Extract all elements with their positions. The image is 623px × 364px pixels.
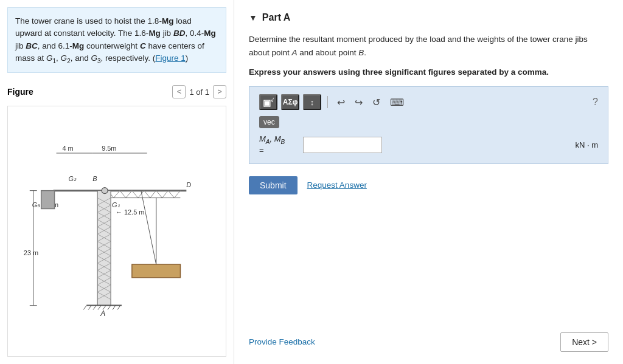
answer-row: MA, MB = kN · m [259,134,598,156]
truss-4 [126,191,132,198]
a-fig-label: A [100,309,105,318]
dim-125m: ← 12.5 m [116,209,144,216]
question-mark-icon: ? [593,97,598,107]
truss-7 [144,191,150,198]
cable-2 [141,191,156,264]
mg1: Mg [162,16,174,26]
g2-sub: 2 [67,57,71,64]
mg4: Mg [72,41,85,50]
submit-button[interactable]: Submit [249,176,298,194]
sigma-button[interactable]: ΑΣφ [281,94,299,110]
part-header: ▼ Part A [249,12,608,23]
jib-bc: BC [26,41,38,50]
redo-button[interactable]: ↪ [352,95,366,109]
figure-link[interactable]: Figure 1 [155,53,186,63]
left-panel: The tower crane is used to hoist the 1.8… [0,0,234,364]
mg2: Mg [148,29,161,38]
math-toolbar: ▣√ ΑΣφ ↕ ↩ ↪ ↺ ⌨ ? [259,94,598,110]
desc-line1: Determine the resultant moment produced … [249,35,588,44]
arrows-button[interactable]: ↕ [303,94,321,110]
g2-label: G [61,53,68,63]
truss-8 [150,191,156,198]
figure-nav: < 1 of 1 > [172,85,226,98]
pin-b [102,188,108,194]
gh-1 [83,306,86,310]
truss-12 [174,191,180,198]
bottom-row: Provide Feedback Next > [249,320,608,352]
truss-5 [132,191,138,198]
sigma-icon: ΑΣφ [283,98,298,106]
answer-box: ▣√ ΑΣφ ↕ ↩ ↪ ↺ ⌨ ? [249,86,608,163]
g1-sub: 1 [53,57,57,64]
equals-sign: = [259,146,264,155]
prev-figure-button[interactable]: < [172,85,186,98]
dim-23m: 23 m [24,249,38,256]
gh-3 [93,306,96,310]
matrix-icon: ▣√ [263,97,274,108]
cw-c: C [140,41,146,50]
undo-button[interactable]: ↩ [334,95,348,109]
truss-3 [120,191,126,198]
figure-section: Figure < 1 of 1 > 4 m 9.5m G₂ C B [0,80,234,364]
refresh-button[interactable]: ↺ [369,95,383,109]
problem-text-box: The tower crane is used to hoist the 1.8… [7,7,226,73]
express-instruction: Express your answers using three signifi… [249,67,608,77]
figure-canvas: 4 m 9.5m G₂ C B D [7,106,226,357]
page-indicator: 1 of 1 [189,88,209,97]
b-fig-label: B [92,175,97,182]
right-panel: ▼ Part A Determine the resultant moment … [234,0,623,364]
gh-7 [113,306,116,310]
g2-fig-label: G₂ [68,175,76,182]
problem-description: Determine the resultant moment produced … [249,33,608,59]
truss-2 [114,191,120,198]
keyboard-button[interactable]: ⌨ [387,95,407,109]
unit-label: kN · m [575,140,598,149]
next-figure-button[interactable]: > [213,85,226,98]
tower-body [97,191,111,306]
next-button[interactable]: Next > [560,332,608,352]
toolbar-sep-1 [327,96,328,108]
provide-feedback-link[interactable]: Provide Feedback [249,337,315,346]
keyboard-icon: ⌨ [390,97,404,108]
vec-button[interactable]: vec [259,116,279,128]
figure-title: Figure [7,87,33,97]
jib-bd: BD [173,29,186,38]
matrix-button[interactable]: ▣√ [259,94,277,110]
gh-8 [117,306,120,310]
truss-11 [169,191,175,198]
g3-sub: 3 [97,57,101,64]
g1-fig-label: G₁ [112,201,120,208]
redo-icon: ↪ [355,97,363,108]
refresh-icon: ↺ [372,97,380,108]
g3-label: G [91,53,97,63]
ma-sub: A [266,139,270,145]
dim-4m: 4 m [63,145,74,152]
counterweight-block [41,191,55,209]
gh-6 [108,306,111,310]
action-row: Submit Request Answer [249,176,608,194]
point-a: A [292,48,298,57]
help-button[interactable]: ? [593,97,598,108]
ma-label: MA, MB [259,134,285,143]
load-block [132,264,181,278]
figure-header: Figure < 1 of 1 > [7,80,226,103]
request-answer-button[interactable]: Request Answer [307,180,367,190]
point-b: B [358,48,364,57]
part-title: Part A [262,12,291,23]
answer-label: MA, MB = [259,134,296,156]
answer-input[interactable] [303,137,382,153]
truss-9 [156,191,162,198]
g1-label: G [46,53,53,63]
mb-sub: B [281,139,285,145]
crane-diagram: 4 m 9.5m G₂ C B D [8,106,226,356]
undo-icon: ↩ [337,97,345,108]
vec-row: vec [259,116,598,128]
gh-2 [88,306,91,310]
mg3: Mg [204,29,216,38]
collapse-arrow-icon[interactable]: ▼ [249,13,257,22]
dim-95m: 9.5m [102,145,116,152]
d-fig-label: D [186,181,191,188]
arrows-icon: ↕ [310,98,315,107]
truss-10 [162,191,169,198]
